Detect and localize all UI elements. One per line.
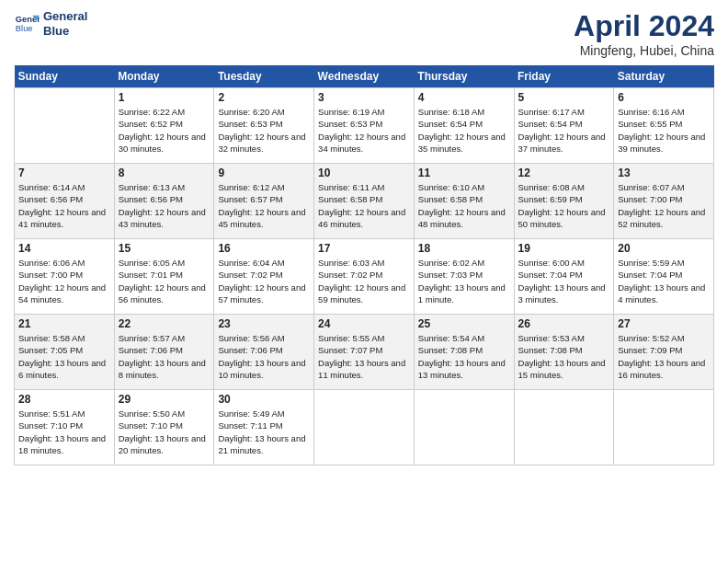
day-cell: 5 Sunrise: 6:17 AMSunset: 6:54 PMDayligh… xyxy=(514,88,614,164)
day-info: Sunrise: 5:55 AMSunset: 7:07 PMDaylight:… xyxy=(318,332,410,381)
col-header-monday: Monday xyxy=(114,65,214,88)
day-cell: 20 Sunrise: 5:59 AMSunset: 7:04 PMDaylig… xyxy=(614,239,714,315)
col-header-friday: Friday xyxy=(514,65,614,88)
day-number: 27 xyxy=(618,317,710,330)
day-number: 1 xyxy=(119,91,210,104)
day-info: Sunrise: 5:51 AMSunset: 7:10 PMDaylight:… xyxy=(18,408,110,456)
day-info: Sunrise: 5:50 AMSunset: 7:10 PMDaylight:… xyxy=(119,408,210,456)
col-header-tuesday: Tuesday xyxy=(214,65,314,88)
day-info: Sunrise: 6:08 AMSunset: 6:59 PMDaylight:… xyxy=(518,181,610,230)
day-cell: 15 Sunrise: 6:05 AMSunset: 7:01 PMDaylig… xyxy=(114,239,214,315)
day-number: 28 xyxy=(18,393,110,406)
day-number: 12 xyxy=(518,167,610,179)
day-number: 5 xyxy=(518,91,610,104)
month-title: April 2024 xyxy=(574,9,714,43)
day-cell: 26 Sunrise: 5:53 AMSunset: 7:08 PMDaylig… xyxy=(514,315,614,390)
day-cell xyxy=(414,390,514,465)
day-cell: 19 Sunrise: 6:00 AMSunset: 7:04 PMDaylig… xyxy=(514,239,614,315)
day-info: Sunrise: 6:04 AMSunset: 7:02 PMDaylight:… xyxy=(218,257,310,305)
day-info: Sunrise: 5:49 AMSunset: 7:11 PMDaylight:… xyxy=(218,408,310,456)
day-cell: 16 Sunrise: 6:04 AMSunset: 7:02 PMDaylig… xyxy=(214,239,314,315)
day-number: 8 xyxy=(119,167,210,179)
day-cell: 27 Sunrise: 5:52 AMSunset: 7:09 PMDaylig… xyxy=(614,315,714,390)
day-cell xyxy=(15,88,115,164)
day-info: Sunrise: 6:13 AMSunset: 6:56 PMDaylight:… xyxy=(119,181,210,230)
day-info: Sunrise: 6:11 AMSunset: 6:58 PMDaylight:… xyxy=(318,181,410,230)
week-row-4: 21 Sunrise: 5:58 AMSunset: 7:05 PMDaylig… xyxy=(15,315,714,390)
day-info: Sunrise: 6:02 AMSunset: 7:03 PMDaylight:… xyxy=(418,257,510,305)
svg-text:Blue: Blue xyxy=(16,24,33,33)
day-info: Sunrise: 5:58 AMSunset: 7:05 PMDaylight:… xyxy=(18,332,110,381)
day-info: Sunrise: 6:14 AMSunset: 6:56 PMDaylight:… xyxy=(18,181,110,230)
day-info: Sunrise: 6:16 AMSunset: 6:55 PMDaylight:… xyxy=(618,106,710,155)
day-cell: 10 Sunrise: 6:11 AMSunset: 6:58 PMDaylig… xyxy=(314,164,415,239)
day-cell: 11 Sunrise: 6:10 AMSunset: 6:58 PMDaylig… xyxy=(414,164,514,239)
day-number: 4 xyxy=(418,91,510,104)
day-info: Sunrise: 6:07 AMSunset: 7:00 PMDaylight:… xyxy=(618,181,710,230)
day-number: 13 xyxy=(618,167,710,179)
week-row-2: 7 Sunrise: 6:14 AMSunset: 6:56 PMDayligh… xyxy=(15,164,714,239)
calendar-table: SundayMondayTuesdayWednesdayThursdayFrid… xyxy=(14,65,714,465)
col-header-thursday: Thursday xyxy=(414,65,514,88)
col-header-saturday: Saturday xyxy=(614,65,714,88)
day-cell: 6 Sunrise: 6:16 AMSunset: 6:55 PMDayligh… xyxy=(614,88,714,164)
day-number: 23 xyxy=(218,317,310,330)
day-number: 6 xyxy=(618,91,710,104)
header-row: SundayMondayTuesdayWednesdayThursdayFrid… xyxy=(15,65,714,88)
day-cell xyxy=(314,390,415,465)
day-info: Sunrise: 6:22 AMSunset: 6:52 PMDaylight:… xyxy=(119,106,210,155)
day-info: Sunrise: 6:12 AMSunset: 6:57 PMDaylight:… xyxy=(218,181,310,230)
day-cell: 23 Sunrise: 5:56 AMSunset: 7:06 PMDaylig… xyxy=(214,315,314,390)
day-info: Sunrise: 6:20 AMSunset: 6:53 PMDaylight:… xyxy=(218,106,310,155)
title-block: April 2024 Mingfeng, Hubei, China xyxy=(574,9,714,58)
day-cell: 2 Sunrise: 6:20 AMSunset: 6:53 PMDayligh… xyxy=(214,88,314,164)
day-cell: 22 Sunrise: 5:57 AMSunset: 7:06 PMDaylig… xyxy=(114,315,214,390)
day-info: Sunrise: 5:57 AMSunset: 7:06 PMDaylight:… xyxy=(119,332,210,381)
day-cell: 25 Sunrise: 5:54 AMSunset: 7:08 PMDaylig… xyxy=(414,315,514,390)
day-info: Sunrise: 6:03 AMSunset: 7:02 PMDaylight:… xyxy=(318,257,410,305)
day-info: Sunrise: 5:53 AMSunset: 7:08 PMDaylight:… xyxy=(518,332,610,381)
day-number: 16 xyxy=(218,242,310,255)
day-cell: 17 Sunrise: 6:03 AMSunset: 7:02 PMDaylig… xyxy=(314,239,415,315)
day-info: Sunrise: 6:06 AMSunset: 7:00 PMDaylight:… xyxy=(18,257,110,305)
day-info: Sunrise: 5:54 AMSunset: 7:08 PMDaylight:… xyxy=(418,332,510,381)
day-cell: 18 Sunrise: 6:02 AMSunset: 7:03 PMDaylig… xyxy=(414,239,514,315)
day-cell: 9 Sunrise: 6:12 AMSunset: 6:57 PMDayligh… xyxy=(214,164,314,239)
day-info: Sunrise: 6:19 AMSunset: 6:53 PMDaylight:… xyxy=(318,106,410,155)
day-cell: 29 Sunrise: 5:50 AMSunset: 7:10 PMDaylig… xyxy=(114,390,214,465)
day-cell: 30 Sunrise: 5:49 AMSunset: 7:11 PMDaylig… xyxy=(214,390,314,465)
day-number: 14 xyxy=(18,242,110,255)
day-info: Sunrise: 5:56 AMSunset: 7:06 PMDaylight:… xyxy=(218,332,310,381)
day-cell xyxy=(514,390,614,465)
location: Mingfeng, Hubei, China xyxy=(574,43,714,58)
header: General Blue General Blue April 2024 Min… xyxy=(14,9,714,58)
col-header-sunday: Sunday xyxy=(15,65,115,88)
day-cell: 24 Sunrise: 5:55 AMSunset: 7:07 PMDaylig… xyxy=(314,315,415,390)
day-number: 24 xyxy=(318,317,410,330)
day-cell: 28 Sunrise: 5:51 AMSunset: 7:10 PMDaylig… xyxy=(15,390,115,465)
main-container: General Blue General Blue April 2024 Min… xyxy=(0,0,728,475)
day-number: 20 xyxy=(618,242,710,255)
day-cell: 21 Sunrise: 5:58 AMSunset: 7:05 PMDaylig… xyxy=(15,315,115,390)
logo-text: General Blue xyxy=(43,9,87,38)
day-number: 22 xyxy=(119,317,210,330)
day-cell: 4 Sunrise: 6:18 AMSunset: 6:54 PMDayligh… xyxy=(414,88,514,164)
day-number: 2 xyxy=(218,91,310,104)
day-cell: 12 Sunrise: 6:08 AMSunset: 6:59 PMDaylig… xyxy=(514,164,614,239)
day-number: 17 xyxy=(318,242,410,255)
day-number: 26 xyxy=(518,317,610,330)
day-cell: 1 Sunrise: 6:22 AMSunset: 6:52 PMDayligh… xyxy=(114,88,214,164)
logo: General Blue General Blue xyxy=(14,9,87,38)
day-number: 21 xyxy=(18,317,110,330)
week-row-5: 28 Sunrise: 5:51 AMSunset: 7:10 PMDaylig… xyxy=(15,390,714,465)
col-header-wednesday: Wednesday xyxy=(314,65,415,88)
day-number: 25 xyxy=(418,317,510,330)
day-number: 18 xyxy=(418,242,510,255)
day-cell: 8 Sunrise: 6:13 AMSunset: 6:56 PMDayligh… xyxy=(114,164,214,239)
day-cell xyxy=(614,390,714,465)
day-info: Sunrise: 6:00 AMSunset: 7:04 PMDaylight:… xyxy=(518,257,610,305)
day-info: Sunrise: 6:05 AMSunset: 7:01 PMDaylight:… xyxy=(119,257,210,305)
day-number: 30 xyxy=(218,393,310,406)
day-number: 10 xyxy=(318,167,410,179)
day-info: Sunrise: 6:18 AMSunset: 6:54 PMDaylight:… xyxy=(418,106,510,155)
